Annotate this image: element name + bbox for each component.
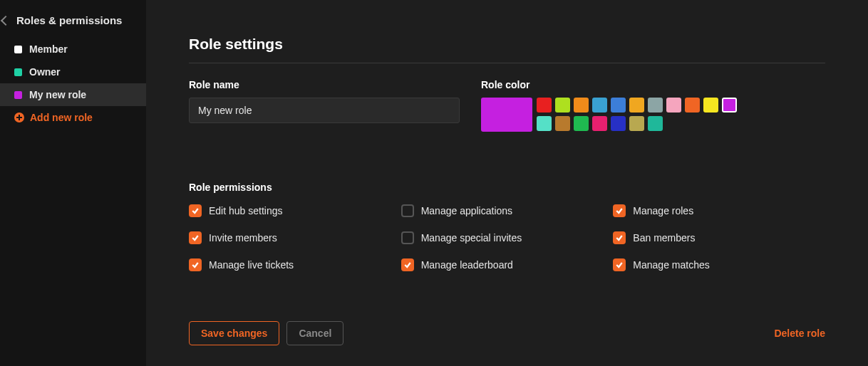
role-name-section: Role name xyxy=(189,79,460,132)
permission-checkbox[interactable] xyxy=(401,204,414,217)
role-color-label: Role color xyxy=(481,79,825,90)
color-swatch[interactable] xyxy=(666,98,681,113)
selected-color-swatch xyxy=(481,98,532,132)
role-color-section: Role color xyxy=(481,79,825,132)
sidebar-header[interactable]: Roles & permissions xyxy=(0,9,146,38)
chevron-left-icon xyxy=(1,15,11,25)
form-row: Role name Role color xyxy=(189,79,825,132)
page-title: Role settings xyxy=(189,36,825,63)
permission-checkbox[interactable] xyxy=(613,231,626,244)
permission-item: Manage matches xyxy=(613,258,825,271)
footer: Save changes Cancel Delete role xyxy=(189,321,825,345)
permission-label: Manage applications xyxy=(421,205,512,216)
permission-label: Manage live tickets xyxy=(209,259,294,271)
permission-item: Manage roles xyxy=(613,204,825,217)
permission-checkbox[interactable] xyxy=(189,204,202,217)
color-swatch-grid xyxy=(537,98,743,131)
save-button[interactable]: Save changes xyxy=(189,321,279,345)
color-swatch[interactable] xyxy=(592,98,607,113)
color-swatch[interactable] xyxy=(703,98,718,113)
permission-checkbox[interactable] xyxy=(401,231,414,244)
sidebar-title: Roles & permissions xyxy=(16,14,122,26)
permission-item: Manage live tickets xyxy=(189,258,401,271)
sidebar-role-item[interactable]: My new role xyxy=(0,83,146,106)
permission-checkbox[interactable] xyxy=(613,204,626,217)
role-list: MemberOwnerMy new role xyxy=(0,38,146,106)
role-name-label: Role name xyxy=(189,79,460,90)
color-picker xyxy=(481,98,825,132)
permission-item: Ban members xyxy=(613,231,825,244)
color-swatch[interactable] xyxy=(611,98,626,113)
role-color-icon xyxy=(14,91,22,99)
permission-checkbox[interactable] xyxy=(189,231,202,244)
color-swatch[interactable] xyxy=(537,116,552,131)
permission-label: Edit hub settings xyxy=(209,205,283,216)
role-item-label: Owner xyxy=(29,66,61,78)
color-swatch[interactable] xyxy=(648,98,663,113)
role-item-label: Member xyxy=(29,43,68,55)
sidebar-role-item[interactable]: Member xyxy=(0,38,146,61)
add-role-button[interactable]: Add new role xyxy=(0,106,146,129)
cancel-button[interactable]: Cancel xyxy=(286,321,343,345)
sidebar-role-item[interactable]: Owner xyxy=(0,61,146,83)
permission-checkbox[interactable] xyxy=(613,258,626,271)
permission-checkbox[interactable] xyxy=(189,258,202,271)
permissions-label: Role permissions xyxy=(189,182,825,193)
permission-item: Invite members xyxy=(189,231,401,244)
color-swatch[interactable] xyxy=(592,116,607,131)
color-swatch[interactable] xyxy=(574,116,589,131)
role-color-icon xyxy=(14,46,22,53)
add-role-label: Add new role xyxy=(30,112,93,123)
plus-icon xyxy=(14,113,24,122)
color-swatch[interactable] xyxy=(555,116,570,131)
color-swatch[interactable] xyxy=(722,98,737,113)
permission-label: Manage leaderboard xyxy=(421,259,513,271)
permission-label: Ban members xyxy=(633,232,695,244)
permission-label: Manage roles xyxy=(633,205,693,216)
permission-item: Manage applications xyxy=(401,204,614,217)
color-swatch[interactable] xyxy=(648,116,663,131)
color-swatch[interactable] xyxy=(574,98,589,113)
main-content: Role settings Role name Role color Role … xyxy=(146,0,868,366)
role-color-icon xyxy=(14,68,22,76)
permission-item: Edit hub settings xyxy=(189,204,401,217)
color-swatch[interactable] xyxy=(555,98,570,113)
permission-item: Manage leaderboard xyxy=(401,258,614,271)
color-swatch[interactable] xyxy=(629,98,644,113)
footer-left: Save changes Cancel xyxy=(189,321,343,345)
permission-label: Manage matches xyxy=(633,259,709,271)
permission-item: Manage special invites xyxy=(401,231,614,244)
sidebar: Roles & permissions MemberOwnerMy new ro… xyxy=(0,0,146,366)
role-name-input[interactable] xyxy=(189,98,460,123)
color-swatch[interactable] xyxy=(611,116,626,131)
permission-checkbox[interactable] xyxy=(401,258,414,271)
permission-label: Manage special invites xyxy=(421,232,522,244)
delete-role-link[interactable]: Delete role xyxy=(774,328,825,339)
color-swatch[interactable] xyxy=(629,116,644,131)
permission-label: Invite members xyxy=(209,232,277,244)
color-swatch[interactable] xyxy=(685,98,700,113)
role-item-label: My new role xyxy=(29,89,86,100)
color-swatch[interactable] xyxy=(537,98,552,113)
permissions-grid: Edit hub settingsManage applicationsMana… xyxy=(189,204,825,271)
